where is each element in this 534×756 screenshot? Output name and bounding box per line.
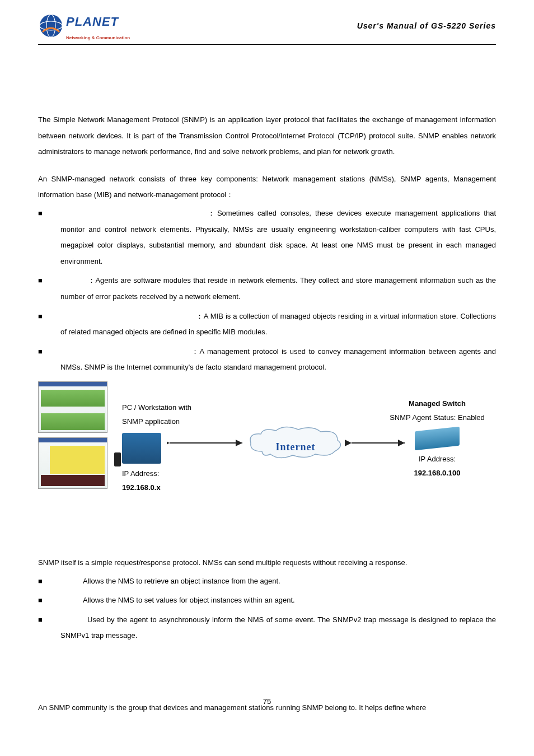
switch-ip-value: 192.168.0.100	[378, 466, 496, 480]
operations-list: ■ Allows the NMS to retrieve an object i…	[38, 573, 496, 644]
components-list: ■ ：Sometimes called consoles, these devi…	[38, 206, 496, 376]
manual-title: User's Manual of GS-5220 Series	[357, 18, 496, 34]
operation-trap: Used by the agent to asynchronously info…	[60, 612, 496, 644]
pc-ip-label: IP Address:	[122, 467, 191, 481]
page-header: PLANET Networking & Communication User's…	[38, 10, 496, 45]
component-protocol: ：A management protocol is used to convey…	[60, 344, 496, 376]
list-item: ■ Allows the NMS to set values for objec…	[38, 592, 496, 609]
internet-label: Internet	[245, 437, 346, 456]
list-item: ■ ：A MIB is a collection of managed obje…	[38, 309, 496, 340]
globe-icon	[38, 13, 64, 39]
operation-set: Allows the NMS to set values for object …	[60, 592, 496, 609]
list-item: ■ Used by the agent to asynchronously in…	[38, 612, 496, 644]
bullet-icon: ■	[38, 592, 60, 609]
list-item: ■ ：Sometimes called consoles, these devi…	[38, 206, 496, 269]
operation-get: Allows the NMS to retrieve an object ins…	[60, 573, 496, 590]
brand-name: PLANET	[66, 10, 130, 34]
svg-point-0	[40, 15, 62, 37]
list-item: ■ Allows the NMS to retrieve an object i…	[38, 573, 496, 590]
pc-title: PC / Workstation with	[122, 401, 191, 415]
bullet-icon: ■	[38, 612, 60, 644]
computer-icon	[122, 433, 161, 464]
bullet-icon: ■	[38, 206, 60, 269]
bullet-icon: ■	[38, 344, 60, 376]
internet-cloud: Internet	[245, 426, 346, 460]
switch-title: Managed Switch	[378, 397, 496, 411]
intro-paragraph: The Simple Network Management Protocol (…	[38, 112, 496, 160]
switch-ip-label: IP Address:	[378, 452, 496, 466]
pc-ip-value: 192.168.0.x	[122, 481, 191, 495]
component-mib: ：A MIB is a collection of managed object…	[60, 309, 496, 340]
component-agents: ：Agents are software modules that reside…	[60, 273, 496, 305]
bullet-icon: ■	[38, 273, 60, 305]
pc-subtitle: SNMP application	[122, 415, 191, 429]
bullet-icon: ■	[38, 309, 60, 340]
switch-subtitle: SNMP Agent Status: Enabled	[378, 411, 496, 425]
protocol-paragraph: SNMP itself is a simple request/response…	[38, 555, 496, 571]
list-item: ■ ：A management protocol is used to conv…	[38, 344, 496, 376]
brand-logo: PLANET Networking & Communication	[38, 10, 130, 42]
page-number: 75	[0, 695, 534, 709]
network-diagram: PC / Workstation with SNMP application I…	[38, 381, 496, 493]
bullet-icon: ■	[38, 573, 60, 590]
brand-tagline: Networking & Communication	[66, 34, 130, 42]
managed-switch-block: Managed Switch SNMP Agent Status: Enable…	[378, 397, 496, 480]
page-content: The Simple Network Management Protocol (…	[38, 112, 496, 727]
components-intro: An SNMP-managed network consists of thre…	[38, 171, 496, 203]
switch-icon	[415, 427, 460, 450]
component-nms: ：Sometimes called consoles, these device…	[60, 206, 496, 269]
screenshot-thumb-1	[38, 381, 107, 433]
list-item: ■ ：Agents are software modules that resi…	[38, 273, 496, 305]
screenshot-thumb-2	[38, 437, 107, 489]
